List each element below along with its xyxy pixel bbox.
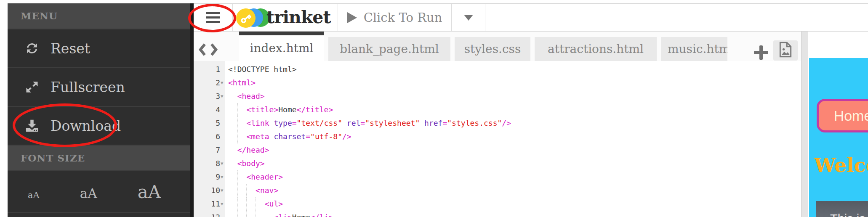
code-line: 11▾<ul> — [194, 197, 801, 211]
menu-item-label: Fullscreen — [51, 79, 125, 95]
code-line: 2▾<html> — [194, 76, 801, 90]
code-line: 9▾<header> — [194, 170, 801, 184]
output-preview-panel: Home Welcome This is — [808, 32, 868, 217]
code-text: <nav> — [228, 184, 278, 197]
font-size-medium-button[interactable]: aA — [80, 186, 97, 201]
code-line: 5<link type="text/css" rel="stylesheet" … — [194, 116, 801, 130]
menu-item-fullscreen[interactable]: Fullscreen — [8, 67, 190, 106]
tab-index-html[interactable]: index.html — [239, 32, 324, 61]
menu-item-label: Reset — [51, 40, 90, 57]
line-number: 7 — [194, 143, 220, 157]
code-text: <ul> — [228, 197, 283, 211]
key-icon — [239, 11, 253, 27]
menu-panel: MENU Reset Fullscreen — [8, 3, 194, 217]
code-editor[interactable]: 1<!DOCTYPE html>2▾<html>3▾<head>4<title>… — [194, 61, 801, 217]
tab-list: index.html blank_page.html styles.css at… — [239, 32, 727, 61]
tab-scroll-controls — [198, 43, 218, 58]
font-size-large-button[interactable]: aA — [138, 182, 161, 202]
code-line: 6<meta charset="utf-8"/> — [194, 130, 801, 143]
fold-arrow-icon[interactable]: ▾ — [221, 157, 227, 170]
code-text: <meta charset="utf-8"/> — [228, 130, 351, 143]
menu-item-reset[interactable]: Reset — [8, 29, 190, 67]
code-text: <body> — [228, 157, 265, 170]
trinket-app-window: MENU Reset Fullscreen — [0, 0, 868, 217]
hamburger-menu-button[interactable] — [194, 4, 233, 31]
menu-panel-divider — [8, 212, 190, 217]
code-line: 3▾<head> — [194, 90, 801, 103]
tab-attractions-html[interactable]: attractions.html — [535, 37, 657, 61]
code-text: <head> — [228, 90, 265, 103]
line-number: 8 — [194, 157, 220, 170]
chevron-down-icon — [464, 15, 473, 21]
code-line: 1<!DOCTYPE html> — [194, 63, 801, 76]
brand-wordmark: trinket — [266, 7, 330, 27]
line-number: 2 — [194, 76, 220, 90]
font-size-options: aA aA aA — [8, 170, 190, 212]
line-number: 11 — [194, 197, 220, 211]
image-library-button[interactable] — [773, 40, 798, 61]
code-text: </head> — [228, 143, 269, 157]
hamburger-icon — [206, 12, 220, 14]
fold-arrow-icon[interactable]: ▾ — [221, 76, 227, 90]
top-bar: trinket Click To Run — [194, 3, 868, 32]
run-button[interactable]: Click To Run — [338, 4, 452, 31]
fullscreen-icon — [24, 79, 40, 95]
line-number: 9 — [194, 170, 220, 184]
fold-arrow-icon[interactable]: ▾ — [221, 197, 227, 211]
code-text: <!DOCTYPE html> — [228, 63, 297, 76]
code-line: 4<title>Home</title> — [194, 103, 801, 116]
preview-welcome-heading: Welcome — [814, 154, 868, 177]
preview-photo: This is — [816, 201, 868, 217]
download-icon — [24, 118, 40, 133]
tab-styles-css[interactable]: styles.css — [455, 37, 530, 61]
code-text: <html> — [228, 76, 256, 90]
file-tab-bar: index.html blank_page.html styles.css at… — [194, 32, 801, 61]
run-button-label: Click To Run — [364, 11, 442, 25]
menu-item-label: Download — [51, 118, 121, 134]
code-line: 8▾<body> — [194, 157, 801, 170]
code-text: <li>Home</li> — [228, 211, 333, 217]
refresh-icon — [24, 41, 40, 56]
code-text: <header> — [228, 170, 283, 184]
preview-photo-caption: This is — [816, 201, 868, 217]
tab-scroll-right-button[interactable] — [210, 43, 218, 58]
line-number: 6 — [194, 130, 220, 143]
line-number: 5 — [194, 116, 220, 130]
line-number: 3 — [194, 90, 220, 103]
tab-scroll-left-button[interactable] — [198, 43, 206, 58]
code-lines: 1<!DOCTYPE html>2▾<html>3▾<head>4<title>… — [194, 63, 801, 217]
fold-arrow-icon[interactable]: ▾ — [221, 90, 227, 103]
tab-blank-page-html[interactable]: blank_page.html — [328, 37, 450, 61]
line-number: 10 — [194, 184, 220, 197]
fold-arrow-icon[interactable]: ▾ — [221, 170, 227, 184]
font-size-small-button[interactable]: aA — [28, 190, 40, 200]
code-line: 12<li>Home</li> — [194, 211, 801, 217]
fold-arrow-icon[interactable]: ▾ — [221, 184, 227, 197]
tab-music-html[interactable]: music.html — [661, 37, 727, 61]
run-options-dropdown[interactable] — [452, 4, 485, 31]
code-line: 10▾<nav> — [194, 184, 801, 197]
preview-home-nav-button[interactable]: Home — [817, 99, 868, 132]
menu-item-download[interactable]: Download — [8, 106, 190, 145]
panel-resizer-handle[interactable] — [801, 32, 808, 217]
trinket-logo[interactable]: trinket — [233, 4, 338, 31]
preview-page-background: Home Welcome This is — [809, 58, 868, 217]
add-file-button[interactable] — [754, 45, 768, 60]
line-number: 4 — [194, 103, 220, 116]
image-file-icon — [779, 42, 792, 59]
font-size-header: FONT SIZE — [8, 145, 190, 170]
line-number: 1 — [194, 63, 220, 76]
code-line: 7</head> — [194, 143, 801, 157]
menu-header: MENU — [8, 3, 190, 29]
play-icon — [347, 12, 357, 23]
line-number: 12 — [194, 211, 220, 217]
code-text: <link type="text/css" rel="stylesheet" h… — [228, 116, 511, 130]
code-text: <title>Home</title> — [228, 103, 333, 116]
